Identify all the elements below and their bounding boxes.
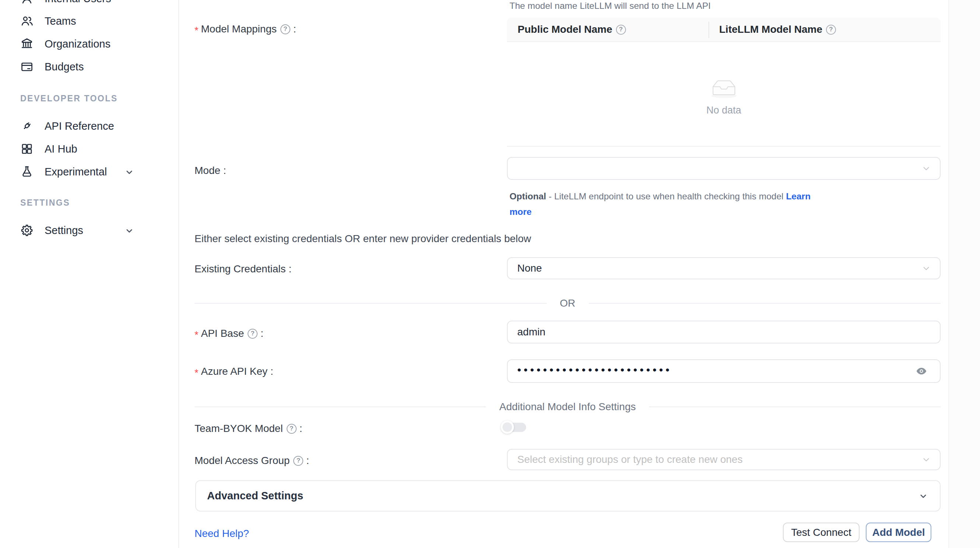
appstore-grid-icon xyxy=(20,142,33,156)
user-icon xyxy=(20,0,33,5)
litellm-model-name-help-text: The model name LiteLLM will send to the … xyxy=(509,1,711,11)
credentials-note: Either select existing credentials OR en… xyxy=(194,233,531,245)
additional-settings-divider: Additional Model Info Settings xyxy=(194,401,940,413)
model-mappings-table: Public Model Name ? LiteLLM Model Name ? xyxy=(507,18,940,147)
question-circle-icon[interactable]: ? xyxy=(293,456,303,466)
or-divider: OR xyxy=(194,297,940,309)
model-mappings-table-header: Public Model Name ? LiteLLM Model Name ? xyxy=(507,18,940,42)
required-asterisk: * xyxy=(194,330,199,341)
sidebar-item-budgets[interactable]: Budgets xyxy=(20,58,84,76)
sidebar-item-label: Budgets xyxy=(45,61,84,73)
question-circle-icon[interactable]: ? xyxy=(826,25,836,35)
sidebar-item-label: Teams xyxy=(45,15,76,27)
sidebar-item-label: Internal Users xyxy=(45,0,111,5)
api-base-value: admin xyxy=(517,326,545,338)
sidebar-item-label: Settings xyxy=(45,225,83,237)
eye-icon[interactable] xyxy=(914,365,929,377)
existing-credentials-value: None xyxy=(517,262,542,274)
api-plug-icon xyxy=(20,119,33,133)
azure-api-key-label: * Azure API Key : xyxy=(194,365,274,379)
sidebar-item-experimental[interactable]: Experimental xyxy=(20,163,107,181)
question-circle-icon[interactable]: ? xyxy=(280,24,290,34)
sidebar-item-label: Experimental xyxy=(45,166,107,178)
api-base-label: * API Base ? : xyxy=(194,327,263,341)
sidebar-section-developer-tools: DEVELOPER TOOLS xyxy=(20,94,118,104)
model-access-group-label: Model Access Group ? : xyxy=(194,454,309,468)
chevron-down-icon xyxy=(918,491,929,502)
add-model-page: Internal Users Teams Organizations Budge… xyxy=(0,0,980,548)
gear-icon xyxy=(20,224,33,237)
team-byok-label: Team-BYOK Model ? : xyxy=(194,422,302,436)
sidebar-item-label: API Reference xyxy=(45,120,114,132)
sidebar-item-api-reference[interactable]: API Reference xyxy=(20,117,114,135)
chevron-down-icon[interactable] xyxy=(124,167,135,178)
required-asterisk: * xyxy=(194,367,199,379)
existing-credentials-label: Existing Credentials : xyxy=(194,262,291,276)
add-model-button[interactable]: Add Model xyxy=(866,523,931,542)
sidebar-section-settings: SETTINGS xyxy=(20,198,70,208)
or-divider-text: OR xyxy=(560,297,576,309)
masked-password-value: •••••••••••••••••••••••• xyxy=(517,365,672,376)
required-asterisk: * xyxy=(194,25,199,37)
test-connect-button[interactable]: Test Connect xyxy=(783,523,859,542)
bank-icon xyxy=(20,37,33,51)
sidebar-item-organizations[interactable]: Organizations xyxy=(20,35,111,53)
teams-icon xyxy=(20,14,33,28)
sidebar-item-ai-hub[interactable]: AI Hub xyxy=(20,140,77,158)
mode-label: Mode : xyxy=(194,164,226,178)
model-access-group-placeholder: Select existing groups or type to create… xyxy=(517,454,743,465)
existing-credentials-select[interactable]: None xyxy=(507,257,940,279)
sidebar-item-settings[interactable]: Settings xyxy=(20,221,83,239)
sidebar-item-teams[interactable]: Teams xyxy=(20,12,76,30)
model-access-group-select[interactable]: Select existing groups or type to create… xyxy=(507,449,940,470)
sidebar-item-label: Organizations xyxy=(45,38,111,50)
advanced-settings-title: Advanced Settings xyxy=(207,490,303,502)
model-mappings-label: * Model Mappings ? : xyxy=(194,22,296,36)
team-byok-toggle[interactable] xyxy=(502,423,526,432)
azure-api-key-input[interactable]: •••••••••••••••••••••••• xyxy=(507,359,940,383)
column-header-litellm-model-name: LiteLLM Model Name ? xyxy=(708,18,940,41)
chevron-down-icon xyxy=(921,164,931,173)
column-divider xyxy=(708,22,709,38)
question-circle-icon[interactable]: ? xyxy=(286,424,297,434)
table-empty-state: No data xyxy=(507,43,940,147)
chevron-down-icon xyxy=(921,263,931,273)
credit-card-icon xyxy=(20,60,33,73)
api-base-input[interactable]: admin xyxy=(507,321,940,344)
question-circle-icon[interactable]: ? xyxy=(616,25,626,35)
mode-select[interactable] xyxy=(507,157,940,180)
sidebar-item-internal-users[interactable]: Internal Users xyxy=(20,0,111,7)
empty-inbox-icon xyxy=(706,75,742,99)
sidebar-item-label: AI Hub xyxy=(45,143,77,155)
column-header-public-model-name: Public Model Name ? xyxy=(507,18,708,41)
sidebar: Internal Users Teams Organizations Budge… xyxy=(0,0,179,548)
chevron-down-icon[interactable] xyxy=(124,225,135,236)
chevron-down-icon xyxy=(921,455,931,464)
additional-settings-divider-text: Additional Model Info Settings xyxy=(499,401,636,413)
advanced-settings-panel[interactable]: Advanced Settings xyxy=(195,480,940,511)
toggle-knob xyxy=(501,421,514,434)
flask-icon xyxy=(20,165,33,178)
mode-help-text: Optional - LiteLLM endpoint to use when … xyxy=(509,189,819,220)
need-help-link[interactable]: Need Help? xyxy=(194,528,249,540)
no-data-text: No data xyxy=(706,105,741,116)
page-background-strip xyxy=(948,0,980,548)
question-circle-icon[interactable]: ? xyxy=(248,329,258,339)
